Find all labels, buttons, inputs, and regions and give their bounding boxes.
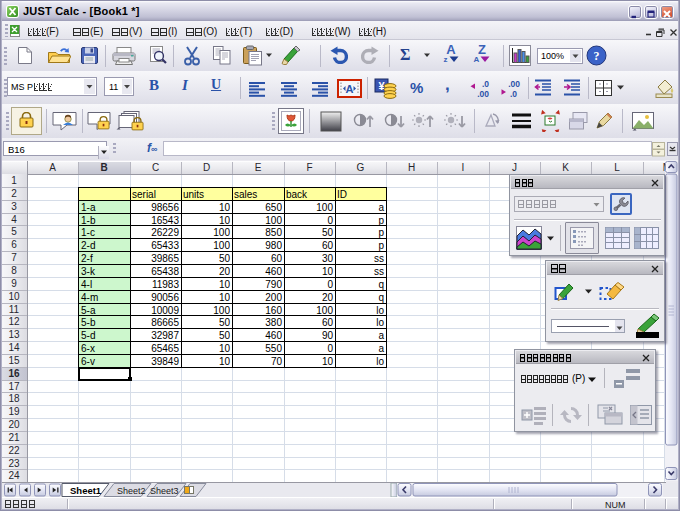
svg-text:21: 21 bbox=[8, 432, 20, 443]
svg-text:2-f: 2-f bbox=[81, 253, 93, 264]
svg-text:23: 23 bbox=[8, 458, 20, 469]
svg-text:2-d: 2-d bbox=[81, 240, 95, 251]
svg-text:39865: 39865 bbox=[151, 253, 179, 264]
svg-text:22: 22 bbox=[8, 445, 20, 456]
svg-text:60: 60 bbox=[322, 317, 334, 328]
svg-text:p: p bbox=[378, 215, 384, 226]
svg-text:9: 9 bbox=[11, 278, 17, 289]
svg-text:18: 18 bbox=[8, 393, 20, 404]
svg-text:a: a bbox=[378, 202, 384, 213]
svg-text:0: 0 bbox=[327, 215, 333, 226]
svg-text:5-b: 5-b bbox=[81, 317, 96, 328]
svg-text:65438: 65438 bbox=[151, 266, 179, 277]
svg-text:4: 4 bbox=[11, 214, 17, 225]
svg-text:30: 30 bbox=[322, 253, 334, 264]
svg-text:90056: 90056 bbox=[151, 292, 179, 303]
svg-text:q: q bbox=[378, 279, 384, 290]
svg-text:20: 20 bbox=[8, 419, 20, 430]
svg-text:1-a: 1-a bbox=[81, 202, 96, 213]
svg-text:200: 200 bbox=[265, 292, 282, 303]
svg-text:units: units bbox=[183, 189, 204, 200]
svg-text:12: 12 bbox=[8, 316, 20, 327]
svg-text:65433: 65433 bbox=[151, 240, 179, 251]
svg-text:serial: serial bbox=[132, 189, 156, 200]
svg-text:550: 550 bbox=[265, 343, 282, 354]
svg-text:13: 13 bbox=[8, 329, 20, 340]
svg-text:100: 100 bbox=[316, 305, 333, 316]
svg-text:26229: 26229 bbox=[151, 227, 179, 238]
svg-text:6-v: 6-v bbox=[81, 356, 95, 367]
svg-text:50: 50 bbox=[219, 317, 231, 328]
svg-text:F: F bbox=[306, 162, 312, 173]
svg-text:1: 1 bbox=[11, 175, 17, 186]
svg-text:98656: 98656 bbox=[151, 202, 179, 213]
svg-text:8: 8 bbox=[11, 265, 17, 276]
svg-text:p: p bbox=[378, 227, 384, 238]
svg-text:60: 60 bbox=[271, 253, 283, 264]
svg-text:0: 0 bbox=[327, 343, 333, 354]
svg-text:ID: ID bbox=[337, 189, 347, 200]
svg-text:lo: lo bbox=[376, 356, 384, 367]
svg-text:10: 10 bbox=[219, 215, 231, 226]
svg-text:100: 100 bbox=[213, 240, 230, 251]
svg-text:24: 24 bbox=[8, 470, 20, 481]
svg-text:160: 160 bbox=[265, 305, 282, 316]
svg-text:10: 10 bbox=[322, 266, 334, 277]
svg-text:32987: 32987 bbox=[151, 330, 179, 341]
svg-text:5-d: 5-d bbox=[81, 330, 95, 341]
svg-text:850: 850 bbox=[265, 227, 282, 238]
svg-text:D: D bbox=[203, 162, 210, 173]
svg-text:A: A bbox=[49, 162, 56, 173]
svg-text:15: 15 bbox=[8, 355, 20, 366]
svg-text:Sheet1: Sheet1 bbox=[70, 485, 102, 496]
svg-text:16543: 16543 bbox=[151, 215, 179, 226]
svg-text:50: 50 bbox=[219, 330, 231, 341]
svg-text:460: 460 bbox=[265, 330, 282, 341]
svg-text:1-b: 1-b bbox=[81, 215, 96, 226]
svg-text:L: L bbox=[614, 162, 620, 173]
svg-text:10009: 10009 bbox=[151, 305, 179, 316]
svg-text:460: 460 bbox=[265, 266, 282, 277]
svg-text:100: 100 bbox=[213, 227, 230, 238]
svg-text:lo: lo bbox=[376, 305, 384, 316]
svg-text:980: 980 bbox=[265, 240, 282, 251]
svg-text:back: back bbox=[286, 189, 308, 200]
svg-text:19: 19 bbox=[8, 406, 20, 417]
svg-text:E: E bbox=[255, 162, 262, 173]
svg-text:16: 16 bbox=[8, 368, 20, 379]
svg-text:K: K bbox=[562, 162, 569, 173]
svg-text:ss: ss bbox=[374, 253, 384, 264]
svg-text:I: I bbox=[462, 162, 465, 173]
svg-text:2: 2 bbox=[11, 188, 17, 199]
svg-text:a: a bbox=[378, 330, 384, 341]
svg-text:J: J bbox=[512, 162, 517, 173]
svg-text:10: 10 bbox=[219, 202, 231, 213]
svg-text:3-k: 3-k bbox=[81, 266, 96, 277]
svg-text:10: 10 bbox=[219, 292, 231, 303]
svg-text:a: a bbox=[378, 343, 384, 354]
svg-text:65465: 65465 bbox=[151, 343, 179, 354]
svg-text:10: 10 bbox=[219, 279, 231, 290]
svg-text:q: q bbox=[378, 292, 384, 303]
svg-text:1-c: 1-c bbox=[81, 227, 95, 238]
svg-text:11: 11 bbox=[9, 304, 20, 315]
svg-text:ss: ss bbox=[374, 266, 384, 277]
svg-text:50: 50 bbox=[322, 227, 334, 238]
svg-text:H: H bbox=[408, 162, 415, 173]
svg-text:100: 100 bbox=[316, 202, 333, 213]
svg-text:650: 650 bbox=[265, 202, 282, 213]
svg-text:20: 20 bbox=[219, 266, 231, 277]
svg-text:790: 790 bbox=[265, 279, 282, 290]
svg-text:10: 10 bbox=[219, 356, 231, 367]
svg-text:Sheet3: Sheet3 bbox=[150, 486, 179, 496]
svg-text:G: G bbox=[357, 162, 365, 173]
svg-text:7: 7 bbox=[11, 252, 17, 263]
svg-text:10: 10 bbox=[8, 291, 20, 302]
svg-text:Sheet2: Sheet2 bbox=[117, 486, 146, 496]
svg-text:sales: sales bbox=[234, 189, 257, 200]
svg-text:B: B bbox=[100, 162, 107, 173]
svg-text:10: 10 bbox=[322, 356, 334, 367]
svg-text:100: 100 bbox=[213, 305, 230, 316]
svg-text:11983: 11983 bbox=[152, 279, 180, 290]
svg-text:6-x: 6-x bbox=[81, 343, 95, 354]
